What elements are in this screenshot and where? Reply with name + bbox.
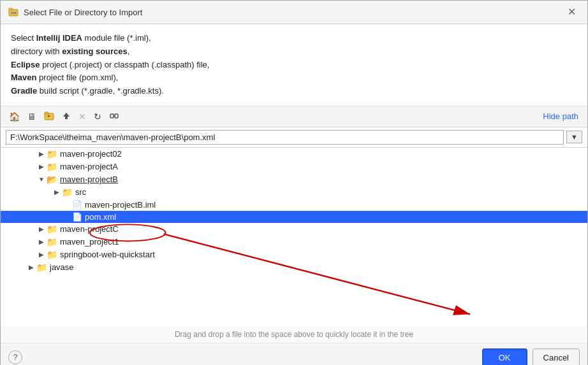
- dialog-icon: iml: [8, 7, 18, 17]
- dialog-title: Select File or Directory to Import: [24, 8, 142, 17]
- close-button[interactable]: ✕: [564, 6, 580, 18]
- tree-label: javase: [50, 262, 74, 272]
- folder-icon: 📁: [47, 149, 57, 159]
- up-icon: [62, 111, 71, 120]
- expand-icon-maven-project1[interactable]: ▶: [36, 238, 47, 245]
- svg-rect-7: [110, 114, 114, 118]
- cancel-button[interactable]: Cancel: [533, 348, 580, 365]
- button-bar: ? OK Cancel: [1, 343, 587, 365]
- expand-icon-maven-projectC[interactable]: ▶: [36, 225, 47, 233]
- tree-label: springboot-web-quickstart: [60, 250, 155, 259]
- tree-item-maven-project02[interactable]: ▶ 📁 maven-project02: [1, 148, 587, 161]
- pom-file-icon: 📄: [72, 212, 82, 222]
- folder-icon: 📁: [62, 187, 73, 197]
- tree-label: maven-projectB: [60, 175, 118, 184]
- dialog-buttons: OK Cancel: [482, 348, 580, 365]
- expand-icon-javase[interactable]: ▶: [26, 264, 36, 271]
- folder-icon: 📁: [47, 237, 57, 247]
- expand-icon-maven-projectB[interactable]: ▼: [36, 176, 47, 183]
- tree-item-maven-projectB[interactable]: ▼ 📂 maven-projectB: [1, 173, 587, 186]
- file-tree[interactable]: ▶ 📁 maven-project02 ▶ 📁 maven-projectA ▼…: [1, 148, 587, 326]
- folder-icon: 📁: [47, 224, 57, 234]
- folder-icon: 📁: [36, 262, 47, 273]
- svg-marker-6: [63, 113, 70, 119]
- tree-label: maven-project02: [60, 149, 122, 159]
- tree-item-springboot-web-quickstart[interactable]: ▶ 📁 springboot-web-quickstart: [1, 248, 587, 261]
- tree-item-maven-project1[interactable]: ▶ 📁 maven_project1: [1, 236, 587, 248]
- desc-line1: Select Intellij IDEA module file (*.iml)…: [11, 33, 151, 43]
- path-dropdown-button[interactable]: ▼: [566, 131, 582, 143]
- title-bar-left: iml Select File or Directory to Import: [8, 7, 142, 17]
- desktop-button[interactable]: 🖥: [24, 110, 40, 123]
- toolbar: 🏠 🖥 + ✕ ↻: [1, 106, 587, 127]
- expand-icon-pom: [62, 213, 72, 220]
- tree-label: maven-projectA: [60, 162, 118, 171]
- refresh-button[interactable]: ↻: [91, 110, 105, 123]
- toolbar-left: 🏠 🖥 + ✕ ↻: [6, 109, 122, 124]
- link-button[interactable]: [106, 109, 122, 124]
- description-area: Select Intellij IDEA module file (*.iml)…: [1, 24, 587, 106]
- tree-label: pom.xml: [85, 212, 116, 222]
- tree-item-javase[interactable]: ▶ 📁 javase: [1, 261, 587, 274]
- delete-button: ✕: [75, 110, 89, 123]
- iml-file-icon: 📄: [72, 200, 82, 210]
- tree-label: maven-projectC: [60, 224, 119, 234]
- desc-line3: Eclipse project (.project) or classpath …: [11, 60, 209, 69]
- svg-rect-1: [9, 8, 13, 10]
- path-bar: ▼: [1, 127, 587, 148]
- expand-icon-iml: [62, 201, 72, 208]
- main-dialog: iml Select File or Directory to Import ✕…: [0, 0, 588, 365]
- file-tree-wrapper: ▶ 📁 maven-project02 ▶ 📁 maven-projectA ▼…: [1, 148, 587, 326]
- svg-text:+: +: [47, 113, 50, 119]
- drag-hint: Drag and drop a file into the space abov…: [1, 326, 587, 343]
- svg-text:iml: iml: [11, 11, 17, 15]
- expand-icon-maven-projectA[interactable]: ▶: [36, 163, 47, 170]
- help-button[interactable]: ?: [8, 350, 22, 364]
- new-folder-icon: +: [44, 111, 54, 121]
- hide-path-button[interactable]: Hide path: [539, 110, 582, 122]
- path-input[interactable]: [6, 130, 564, 145]
- desc-line5: Gradle build script (*.gradle, *.gradle.…: [11, 86, 164, 96]
- expand-icon-src[interactable]: ▶: [52, 189, 62, 196]
- desc-line4: Maven project file (pom.xml),: [11, 73, 118, 82]
- folder-icon: 📁: [47, 250, 57, 260]
- title-bar: iml Select File or Directory to Import ✕: [1, 1, 587, 24]
- tree-item-maven-projectA[interactable]: ▶ 📁 maven-projectA: [1, 161, 587, 173]
- up-button[interactable]: [59, 110, 74, 124]
- tree-label: maven-projectB.iml: [85, 200, 156, 210]
- tree-item-pom-xml[interactable]: 📄 pom.xml: [1, 211, 587, 223]
- folder-icon-open: 📂: [47, 175, 57, 185]
- desc-line2: directory with existing sources,: [11, 47, 129, 56]
- tree-label: maven_project1: [60, 237, 119, 247]
- new-folder-button[interactable]: +: [41, 109, 57, 124]
- expand-icon-springboot[interactable]: ▶: [36, 251, 47, 258]
- expand-icon-maven-project02[interactable]: ▶: [36, 150, 47, 157]
- tree-item-maven-projectC[interactable]: ▶ 📁 maven-projectC: [1, 223, 587, 236]
- folder-icon: 📁: [47, 162, 57, 172]
- tree-item-src[interactable]: ▶ 📁 src: [1, 186, 587, 199]
- tree-label: src: [75, 187, 86, 197]
- ok-button[interactable]: OK: [482, 348, 527, 365]
- tree-item-maven-projectB-iml[interactable]: 📄 maven-projectB.iml: [1, 199, 587, 211]
- home-button[interactable]: 🏠: [6, 110, 23, 123]
- link-icon: [109, 111, 119, 121]
- svg-rect-8: [115, 114, 118, 118]
